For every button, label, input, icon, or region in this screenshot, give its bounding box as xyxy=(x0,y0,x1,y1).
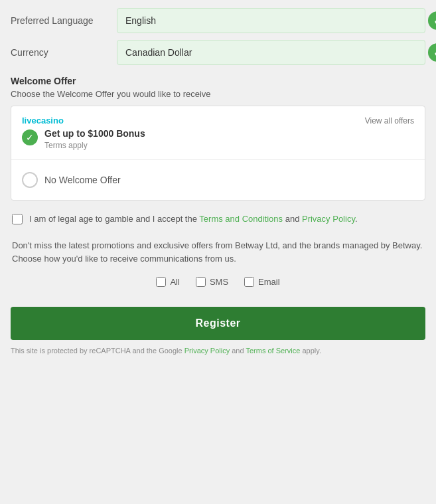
no-offer-radio[interactable] xyxy=(22,172,38,188)
currency-check-icon: ✓ xyxy=(428,43,436,62)
recaptcha-suffix: apply. xyxy=(300,347,321,355)
currency-input[interactable] xyxy=(117,40,425,65)
offer-selected-icon: ✓ xyxy=(22,129,38,145)
legal-text: I am of legal age to gamble and I accept… xyxy=(29,212,358,226)
sms-checkbox[interactable] xyxy=(196,277,206,287)
offer-details: Get up to $1000 Bonus Terms apply xyxy=(44,128,145,150)
communications-row: All SMS Email xyxy=(12,277,424,287)
email-option[interactable]: Email xyxy=(244,277,280,287)
currency-label: Currency xyxy=(11,47,117,58)
legal-age-checkbox[interactable] xyxy=(12,214,23,224)
recaptcha-terms-link[interactable]: Terms of Service xyxy=(246,347,300,355)
recaptcha-notice: This site is protected by reCAPTCHA and … xyxy=(11,347,425,355)
recaptcha-mid: and xyxy=(230,347,246,355)
recaptcha-privacy-link[interactable]: Privacy Policy xyxy=(184,347,230,355)
livecasino-offer-item[interactable]: livecasino View all offers ✓ Get up to $… xyxy=(11,106,425,160)
welcome-offer-subtitle: Choose the Welcome Offer you would like … xyxy=(11,89,425,99)
legal-text-before: I am of legal age to gamble and I accept… xyxy=(29,214,199,224)
all-label: All xyxy=(170,277,179,287)
preferred-language-row: Preferred Language ✓ xyxy=(11,8,425,33)
terms-apply-text: Terms apply xyxy=(44,141,145,150)
sms-label: SMS xyxy=(210,277,228,287)
all-checkbox[interactable] xyxy=(156,277,166,287)
promo-text: Don't miss the latest promotions and exc… xyxy=(12,239,424,267)
welcome-offer-title: Welcome Offer xyxy=(11,76,425,86)
no-offer-item[interactable]: No Welcome Offer xyxy=(11,160,425,200)
preferred-language-input[interactable] xyxy=(117,8,425,33)
no-offer-label: No Welcome Offer xyxy=(44,175,121,185)
offer-header: livecasino View all offers xyxy=(22,116,414,126)
terms-conditions-link[interactable]: Terms and Conditions xyxy=(199,214,283,224)
recaptcha-prefix: This site is protected by reCAPTCHA and … xyxy=(11,347,184,355)
promo-section: Don't miss the latest promotions and exc… xyxy=(11,239,425,288)
privacy-policy-link[interactable]: Privacy Policy xyxy=(302,214,355,224)
sms-option[interactable]: SMS xyxy=(196,277,228,287)
offers-card: livecasino View all offers ✓ Get up to $… xyxy=(11,106,425,201)
currency-input-wrap: ✓ xyxy=(117,40,425,65)
email-label: Email xyxy=(258,277,280,287)
email-checkbox[interactable] xyxy=(244,277,254,287)
bonus-text: Get up to $1000 Bonus xyxy=(44,128,145,139)
legal-age-row: I am of legal age to gamble and I accept… xyxy=(11,212,425,226)
legal-text-after: . xyxy=(355,214,358,224)
preferred-language-input-wrap: ✓ xyxy=(117,8,425,33)
register-button[interactable]: Register xyxy=(11,307,425,340)
legal-text-mid: and xyxy=(283,214,302,224)
livecasino-link[interactable]: livecasino xyxy=(22,116,64,126)
preferred-language-label: Preferred Language xyxy=(11,15,117,26)
offer-row: ✓ Get up to $1000 Bonus Terms apply xyxy=(22,128,414,150)
welcome-offer-section: Welcome Offer Choose the Welcome Offer y… xyxy=(11,76,425,99)
currency-row: Currency ✓ xyxy=(11,40,425,65)
all-option[interactable]: All xyxy=(156,277,179,287)
preferred-language-check-icon: ✓ xyxy=(428,11,436,30)
view-all-link[interactable]: View all offers xyxy=(365,116,414,126)
